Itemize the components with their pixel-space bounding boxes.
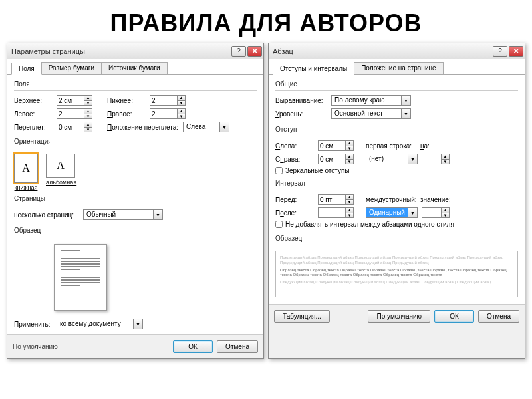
chevron-down-icon[interactable]: ▼ (133, 319, 142, 329)
multi-pages-combo[interactable]: Обычный▼ (83, 209, 163, 220)
gutter-pos-label: Положение переплета: (107, 124, 180, 131)
spin-down-icon[interactable]: ▼ (345, 160, 353, 164)
paragraph-tabs: Отступы и интервалы Положение на страниц… (269, 59, 525, 75)
ok-button[interactable]: ОК (173, 340, 213, 353)
top-margin-label: Верхнее: (14, 97, 54, 104)
orientation-landscape[interactable]: A альбомная (46, 154, 76, 191)
page-heading: ПРАВИЛА ДЛЯ АВТОРОВ (0, 0, 532, 43)
left-margin-label: Левое: (14, 110, 54, 118)
spin-up-icon[interactable]: ▲ (84, 96, 92, 101)
tab-page-position[interactable]: Положение на странице (354, 62, 443, 74)
first-line-by-input[interactable]: ▲▼ (422, 154, 450, 164)
gutter-label: Переплет: (14, 124, 54, 131)
chevron-down-icon[interactable]: ▼ (401, 109, 410, 118)
page-setup-dialog: Параметры страницы ? ✕ Поля Размер бумаг… (7, 43, 264, 359)
tabs-button[interactable]: Табуляция... (274, 310, 330, 323)
sample-label: Образец (14, 225, 257, 235)
spin-down-icon[interactable]: ▼ (84, 101, 92, 106)
alignment-combo[interactable]: По левому краю▼ (331, 95, 411, 106)
bottom-margin-label: Нижнее: (107, 97, 147, 104)
chevron-down-icon[interactable]: ▼ (153, 210, 162, 219)
help-button[interactable]: ? (231, 46, 246, 57)
ok-button[interactable]: ОК (434, 310, 474, 323)
spin-down-icon[interactable]: ▼ (441, 213, 449, 218)
first-line-combo[interactable]: (нет)▼ (366, 154, 418, 164)
multi-pages-label: несколько страниц: (14, 211, 80, 219)
spin-up-icon[interactable]: ▲ (441, 208, 449, 213)
spin-up-icon[interactable]: ▲ (84, 109, 92, 114)
cancel-button[interactable]: Отмена (478, 310, 519, 323)
spin-up-icon[interactable]: ▲ (345, 208, 353, 213)
alignment-label: Выравнивание: (275, 97, 329, 104)
space-before-input[interactable]: ▲▼ (318, 194, 354, 205)
no-space-same-style-label: Не добавлять интервал между абзацами одн… (285, 221, 454, 228)
top-margin-input[interactable]: ▲▼ (57, 95, 92, 106)
spin-up-icon[interactable]: ▲ (177, 109, 185, 114)
spin-up-icon[interactable]: ▲ (441, 154, 449, 160)
spin-down-icon[interactable]: ▼ (345, 213, 353, 218)
tab-paper-size[interactable]: Размер бумаги (41, 62, 102, 74)
page-setup-title: Параметры страницы (11, 47, 230, 55)
indent-left-input[interactable]: ▲▼ (318, 140, 354, 151)
orientation-portrait[interactable]: A книжная (14, 154, 38, 191)
chevron-down-icon[interactable]: ▼ (219, 122, 229, 132)
right-margin-input[interactable]: ▲▼ (150, 108, 186, 119)
tab-paper-source[interactable]: Источник бумаги (101, 62, 168, 74)
spin-down-icon[interactable]: ▼ (441, 160, 449, 164)
spin-up-icon[interactable]: ▲ (84, 122, 92, 128)
spin-up-icon[interactable]: ▲ (345, 141, 353, 146)
left-margin-input[interactable]: ▲▼ (57, 108, 92, 119)
spin-down-icon[interactable]: ▼ (177, 101, 185, 106)
spin-down-icon[interactable]: ▼ (345, 200, 353, 205)
close-button[interactable]: ✕ (247, 46, 262, 57)
spin-up-icon[interactable]: ▲ (345, 154, 353, 160)
spin-up-icon[interactable]: ▲ (177, 96, 185, 101)
cancel-button[interactable]: Отмена (217, 340, 258, 353)
paragraph-preview: Предыдущий абзац Предыдущий абзац Предыд… (275, 251, 518, 297)
line-spacing-combo[interactable]: Одинарный▼ (366, 207, 418, 218)
spin-down-icon[interactable]: ▼ (84, 128, 92, 132)
paragraph-title: Абзац (273, 47, 491, 55)
help-button[interactable]: ? (493, 46, 507, 57)
spacing-group-label: Интервал (275, 178, 518, 188)
space-after-input[interactable]: ▲▼ (318, 207, 354, 218)
indent-left-label: Слева: (275, 142, 315, 150)
at-value-label: значение: (420, 196, 451, 203)
chevron-down-icon[interactable]: ▼ (401, 96, 410, 105)
by-label: на: (420, 142, 436, 150)
line-spacing-value-input[interactable]: ▲▼ (422, 207, 450, 218)
indent-right-label: Справа: (275, 156, 315, 163)
mirror-indents-checkbox[interactable] (275, 167, 283, 174)
chevron-down-icon[interactable]: ▼ (408, 154, 417, 164)
outline-level-combo[interactable]: Основной текст▼ (331, 108, 411, 119)
outline-level-label: Уровень: (275, 110, 329, 118)
default-button[interactable]: По умолчанию (13, 343, 58, 350)
chevron-down-icon[interactable]: ▼ (408, 208, 417, 217)
bottom-margin-input[interactable]: ▲▼ (150, 95, 186, 106)
paragraph-sample-label: Образец (275, 233, 518, 243)
indent-right-input[interactable]: ▲▼ (318, 154, 354, 164)
spin-down-icon[interactable]: ▼ (84, 114, 92, 119)
spin-up-icon[interactable]: ▲ (345, 195, 353, 200)
mirror-indents-label: Зеркальные отступы (285, 167, 350, 174)
space-after-label: После: (275, 209, 315, 217)
pages-group-label: Страницы (14, 194, 257, 203)
general-group-label: Общие (275, 79, 518, 89)
spin-down-icon[interactable]: ▼ (345, 146, 353, 151)
no-space-same-style-checkbox[interactable] (275, 221, 283, 228)
paragraph-titlebar: Абзац ? ✕ (269, 43, 525, 59)
gutter-input[interactable]: ▲▼ (57, 122, 92, 132)
gutter-pos-combo[interactable]: Слева▼ (183, 122, 229, 132)
default-button[interactable]: По умолчанию (368, 310, 430, 323)
apply-to-combo[interactable]: ко всему документу▼ (57, 319, 143, 329)
page-setup-titlebar: Параметры страницы ? ✕ (7, 43, 263, 59)
close-button[interactable]: ✕ (509, 46, 523, 57)
right-margin-label: Правое: (107, 110, 147, 118)
paragraph-dialog: Абзац ? ✕ Отступы и интервалы Положение … (268, 43, 525, 359)
first-line-label: первая строка: (366, 142, 418, 150)
tab-indents-spacing[interactable]: Отступы и интервалы (273, 63, 354, 75)
page-setup-tabs: Поля Размер бумаги Источник бумаги (7, 59, 263, 75)
spin-down-icon[interactable]: ▼ (177, 114, 185, 119)
orientation-label: Ориентация (14, 136, 257, 146)
tab-fields[interactable]: Поля (11, 63, 42, 75)
